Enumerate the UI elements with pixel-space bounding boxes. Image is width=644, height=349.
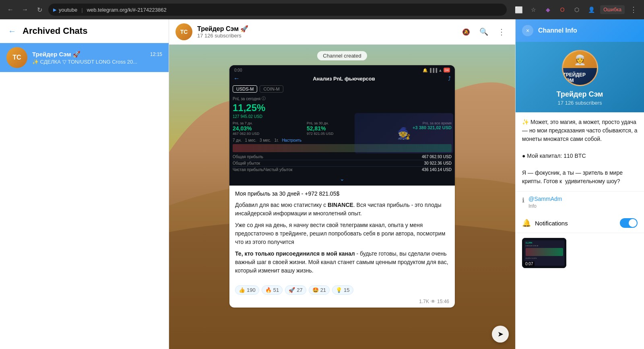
- fire-count: 51: [273, 287, 279, 293]
- site-icon: ▶: [53, 7, 56, 12]
- opera-button[interactable]: O: [557, 4, 568, 15]
- search-button[interactable]: 🔍: [477, 25, 491, 39]
- notifications-toggle[interactable]: [620, 218, 638, 228]
- phone-signal: 🔔: [423, 68, 427, 72]
- chat-item[interactable]: ТС Трейдер Сэм 🚀 12:15 ✨ СДЕЛКА ▽ TON/US…: [0, 43, 169, 72]
- fire-emoji: 🔥: [265, 287, 272, 293]
- table-row-1: Общая прибыль 467 062.93 USD: [233, 154, 452, 160]
- info-avatar-face: 👳: [574, 54, 586, 66]
- thumbsup-count: 190: [247, 287, 256, 293]
- chat-avatar: ТС: [6, 47, 27, 68]
- starstruck-count: 21: [320, 287, 326, 293]
- extension2-button[interactable]: ⬡: [571, 4, 582, 15]
- back-button[interactable]: ←: [5, 4, 16, 15]
- profile-button[interactable]: 👤: [586, 4, 597, 15]
- reaction-starstruck[interactable]: 🤩 21: [309, 285, 330, 295]
- reaction-rocket[interactable]: 🚀 27: [285, 285, 306, 295]
- chat-main: ТС Трейдер Сэм 🚀 17 126 subscribers 🔕 🔍 …: [169, 19, 515, 349]
- browser-actions: ⬜ ☆ ◆ O ⬡ 👤 Ошибка ⋮: [513, 4, 639, 15]
- phone-time: 0:00: [234, 68, 242, 72]
- table-row-2: Общий убыток 30 922.36 USD: [233, 160, 452, 167]
- chat-header: ТС Трейдер Сэм 🚀 17 126 subscribers 🔕 🔍 …: [169, 19, 515, 45]
- forward-area: ➤: [492, 326, 509, 343]
- chat-info: Трейдер Сэм 🚀 12:15 ✨ СДЕЛКА ▽ TON/USDT …: [32, 51, 162, 65]
- chart-overlay: 🧙: [355, 113, 453, 153]
- starstruck-emoji: 🤩: [312, 287, 319, 293]
- pnl-today-label: PnL за сегодня ⓘ: [233, 96, 452, 101]
- expand-btn[interactable]: ⌄: [233, 175, 452, 182]
- message-bubble: 0:00 🔔 ▐▐▐ ▲ 04 ← Анализ PnL фьючерсов: [229, 65, 455, 308]
- reaction-thumbsup[interactable]: 👍 190: [235, 285, 259, 295]
- pnl-7d-col: PnL за 7 дн. 24,03% 467 062.93 USD: [233, 121, 303, 136]
- sidebar-back-button[interactable]: ←: [8, 27, 16, 36]
- view-icon: 👁: [431, 299, 436, 304]
- media-thumbnail[interactable]: 11,25% USDS-M COIN-M 24,03% 52,81% 0:07: [522, 238, 566, 268]
- body-paragraph-1: Добавил для вас мою статистику с BINANCE…: [235, 201, 449, 218]
- extension1-button[interactable]: ◆: [542, 4, 553, 15]
- phone-share-icon: ⤴: [448, 75, 451, 82]
- mute-button[interactable]: 🔕: [459, 25, 473, 39]
- info-bio-section: ✨ Может, это магия, а может, просто удач…: [516, 112, 644, 192]
- site-label: youtube: [59, 7, 77, 13]
- info-panel-title: Channel Info: [538, 27, 577, 34]
- phone-back-icon: ←: [233, 75, 240, 82]
- forward-button[interactable]: →: [19, 4, 31, 15]
- info-detail-content: @SammAdm Info: [528, 196, 562, 209]
- notifications-row: 🔔 Notifications: [516, 213, 644, 233]
- pnl-today-value: 11,25%: [233, 102, 452, 114]
- sidebar: ← Archived Chats ТС Трейдер Сэм 🚀 12:15 …: [0, 19, 169, 349]
- chat-name: Трейдер Сэм 🚀: [32, 51, 80, 58]
- message-body: Добавил для вас мою статистику с BINANCE…: [235, 201, 449, 275]
- info-avatar: ТРЕЙДЕР СЭМ 👳: [562, 50, 598, 86]
- address-separator: |: [81, 7, 83, 13]
- extensions-button[interactable]: ⬜: [513, 4, 524, 15]
- phone-title: Анализ PnL фьючерсов: [242, 76, 446, 82]
- rocket-count: 27: [297, 287, 302, 293]
- rocket-emoji: 🚀: [289, 287, 295, 293]
- info-avatar-label: ТРЕЙДЕР СЭМ: [563, 68, 597, 85]
- lamp-count: 15: [344, 287, 349, 293]
- message-reactions: 👍 190 🔥 51 🚀 27 🤩 21: [229, 283, 455, 299]
- info-close-button[interactable]: ×: [522, 25, 533, 36]
- bookmark-button[interactable]: ☆: [528, 4, 539, 15]
- sidebar-title: Archived Chats: [23, 26, 87, 36]
- sidebar-header: ← Archived Chats: [0, 19, 169, 43]
- chat-name-row: Трейдер Сэм 🚀 12:15: [32, 51, 162, 58]
- notifications-icon: 🔔: [522, 219, 531, 227]
- more-button[interactable]: ⋮: [494, 25, 509, 39]
- address-bar[interactable]: ▶ youtube | web.telegram.org/k/#-2174223…: [48, 4, 507, 16]
- browser-bar: ← → ↻ ▶ youtube | web.telegram.org/k/#-2…: [0, 0, 644, 19]
- info-panel-header: × Channel Info: [516, 19, 644, 42]
- media-thumb-duration: 0:07: [524, 261, 535, 266]
- refresh-button[interactable]: ↻: [34, 4, 45, 15]
- channel-header-avatar: ТС: [175, 23, 192, 40]
- message-text: Моя прибыль за 30 дней - +972 821.05$ До…: [229, 186, 455, 283]
- info-username-link[interactable]: @SammAdm: [528, 196, 562, 202]
- info-bio: ✨ Может, это магия, а может, просто удач…: [522, 118, 638, 186]
- chat-time: 12:15: [150, 52, 162, 57]
- info-detail-icon: ℹ: [522, 196, 524, 204]
- message-meta: 1.7K 👁 15:46: [229, 299, 455, 308]
- toggle-knob: [629, 219, 637, 227]
- channel-header-name: Трейдер Сэм 🚀: [197, 25, 454, 33]
- body-paragraph-2: Уже со дня на день, я начну вести свой т…: [235, 221, 449, 246]
- error-button[interactable]: Ошибка: [600, 5, 625, 14]
- channel-created-badge: Channel created: [317, 51, 367, 60]
- reaction-lamp[interactable]: 💡 15: [332, 285, 353, 295]
- channel-header-info: Трейдер Сэм 🚀 17 126 subscribers: [197, 25, 454, 39]
- info-channel-name: Трейдер Сэм: [557, 90, 603, 99]
- message-time: 15:46: [437, 299, 449, 304]
- lamp-emoji: 💡: [336, 287, 342, 293]
- chat-preview: ✨ СДЕЛКА ▽ TON/USDT LONG Cross 20...: [32, 59, 162, 65]
- menu-button[interactable]: ⋮: [628, 4, 639, 15]
- profit-line: Моя прибыль за 30 дней - +972 821.05$: [235, 190, 449, 197]
- info-channel-subs: 17 126 subscribers: [558, 100, 602, 106]
- view-count: 1.7K: [419, 299, 429, 304]
- info-avatar-section: ТРЕЙДЕР СЭМ 👳 Трейдер Сэм 17 126 subscri…: [516, 42, 644, 112]
- tab-coinm: COIN-M: [260, 85, 283, 93]
- url-text: web.telegram.org/k/#-2174223862: [87, 7, 167, 13]
- thumbsup-emoji: 👍: [239, 287, 245, 293]
- pnl-table: Общая прибыль 467 062.93 USD Общий убыто…: [233, 154, 452, 173]
- forward-button[interactable]: ➤: [492, 326, 509, 343]
- reaction-fire[interactable]: 🔥 51: [262, 285, 283, 295]
